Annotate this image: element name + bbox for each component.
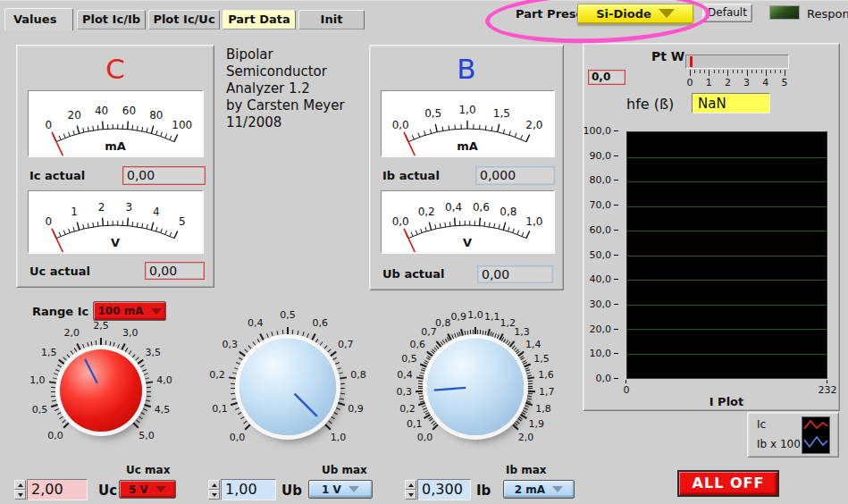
default-button[interactable]: Default [702, 4, 752, 22]
svg-text:0,0: 0,0 [392, 215, 409, 228]
slider-tick [690, 70, 691, 76]
knob-scale-label: 0,1 [397, 418, 432, 430]
tab-init[interactable]: Init [298, 10, 365, 29]
knob-tick [87, 342, 88, 347]
ib-spinner[interactable] [405, 480, 416, 500]
slider-tick-label: 2 [721, 77, 734, 88]
knob-scale-label: 0,4 [387, 369, 423, 381]
ib-max-dropdown[interactable]: 2 mA [503, 480, 575, 499]
svg-text:0,5: 0,5 [424, 107, 441, 120]
knob-tick [52, 400, 56, 402]
knob-scale-label: 1,7 [529, 386, 565, 398]
knob-scale-label: 0,6 [302, 317, 338, 329]
uc-max-dropdown[interactable]: 5 V [119, 480, 176, 499]
chart-y-axis: 100,090,080,070,060,050,040,030,020,010,… [584, 131, 625, 379]
svg-text:1: 1 [71, 206, 78, 218]
knob-tick [335, 362, 340, 365]
knob-scale-label: 5,0 [129, 430, 164, 441]
knob-tick [239, 357, 243, 360]
knob-scale-label: 0,0 [407, 432, 442, 443]
knob-scale-label: 4,5 [144, 404, 180, 416]
ptw-slider[interactable] [685, 55, 789, 69]
knob-ball[interactable] [239, 339, 336, 435]
gridline [627, 181, 827, 182]
svg-text:40: 40 [95, 105, 108, 117]
slider-tick-label: 3 [741, 77, 753, 88]
uc-value-field[interactable]: 2,00 [27, 479, 88, 500]
knob-tick [330, 351, 337, 357]
slider-tick [756, 70, 757, 73]
tab-plot-ic-uc[interactable]: Plot Ic/Uc [148, 10, 220, 29]
ib-spin-down-icon[interactable] [405, 490, 416, 500]
svg-text:4: 4 [153, 206, 160, 218]
y-tick-label: 10,0 [590, 348, 619, 359]
knob-ball[interactable] [427, 339, 524, 435]
knob-ub[interactable]: 0,00,10,20,30,40,50,60,70,80,91,0 [203, 302, 373, 472]
knob-scale-label: 0,0 [38, 430, 73, 441]
tab-part-data[interactable]: Part Data [222, 10, 296, 29]
knob-tick [138, 358, 145, 364]
svg-text:1,5: 1,5 [493, 107, 510, 120]
knob-tick [418, 382, 423, 383]
slider-tick [761, 70, 762, 73]
tab-plot-ic-ib[interactable]: Plot Ic/Ib [77, 10, 146, 29]
knob-scale-label: 0,4 [238, 317, 273, 329]
hfe-value-field: NaN [692, 93, 770, 113]
gridline [627, 280, 827, 281]
svg-text:V: V [111, 236, 120, 249]
y-tick-label: 70,0 [590, 199, 619, 211]
knob-scale-label: 2,0 [508, 432, 544, 443]
part-preset-dropdown[interactable]: Si-Diode [577, 4, 693, 23]
gridline [627, 231, 827, 231]
svg-text:V: V [463, 236, 472, 249]
gridline [627, 329, 827, 330]
tab-values-label: Values [13, 13, 56, 26]
collector-title: C [17, 53, 214, 85]
knob-scale-label: 1,5 [31, 347, 67, 358]
knob-tick [147, 387, 151, 388]
knob-tick [231, 398, 236, 399]
knob-scale-label: 0,7 [328, 339, 364, 350]
uc-spin-up-icon[interactable] [14, 480, 26, 490]
right-panel: Pt W 012345 0,0 hfe (ß) NaN 100,090,080,… [583, 43, 840, 411]
knob-ib[interactable]: 0,00,10,20,30,40,50,60,70,80,91,01,11,21… [390, 302, 560, 472]
legend-line-samples [802, 417, 829, 453]
knob-tick [238, 412, 242, 415]
uc-spinner[interactable] [14, 480, 26, 500]
ib-value-field[interactable]: 0,300 [417, 479, 471, 500]
knob-tick [466, 331, 468, 335]
meter-scale: 0,00,51,01,52,0mA [382, 91, 553, 155]
svg-text:0,2: 0,2 [418, 206, 435, 218]
ub-spin-up-icon[interactable] [208, 480, 220, 490]
ib-spin-up-icon[interactable] [405, 480, 416, 490]
slider-tick [733, 70, 734, 73]
knob-tick [460, 329, 464, 336]
svg-text:1,0: 1,0 [525, 215, 542, 228]
svg-text:5: 5 [179, 215, 186, 228]
knob-ball[interactable] [60, 349, 142, 432]
y-tick-label: 0,0 [596, 373, 619, 384]
knob-tick [333, 357, 338, 360]
y-tick-label: 30,0 [590, 298, 619, 310]
ub-value-field[interactable]: 1,00 [221, 479, 276, 500]
ub-max-dropdown[interactable]: 1 V [308, 480, 373, 499]
ptw-slider-ticks [685, 70, 789, 77]
ub-spin-down-icon[interactable] [208, 490, 220, 500]
uc-spin-down-icon[interactable] [14, 490, 26, 500]
tab-values[interactable]: Values [4, 8, 73, 30]
ptw-slider-labels: 012345 [685, 77, 789, 88]
ptw-slider-thumb[interactable] [690, 56, 693, 67]
knob-tick [51, 396, 55, 398]
knob-uc[interactable]: 0,00,51,01,52,02,53,03,54,04,55,0 [16, 306, 186, 475]
all-off-button[interactable]: ALL OFF [677, 470, 779, 497]
ub-spinner[interactable] [208, 480, 220, 500]
knob-tick [51, 387, 55, 388]
knob-tick [256, 339, 260, 343]
knob-tick [142, 369, 147, 372]
knob-tick [340, 382, 345, 383]
slider-tick [704, 70, 705, 73]
knob-tick [454, 333, 457, 338]
chevron-down-icon [348, 486, 359, 492]
knob-tick [451, 334, 454, 339]
svg-text:0,6: 0,6 [473, 201, 490, 214]
